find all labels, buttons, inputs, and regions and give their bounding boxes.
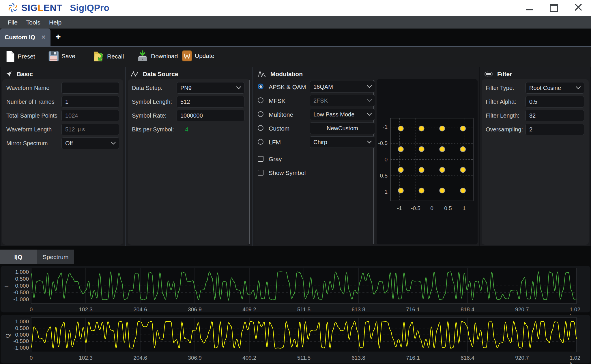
menu-file[interactable]: File (3, 19, 22, 26)
mod-option-mfsk: MFSK 2FSK (258, 95, 373, 107)
radio-apsk-qam[interactable] (258, 84, 263, 89)
siglent-swirl-icon (7, 2, 18, 14)
svg-text:-1: -1 (383, 124, 388, 130)
spectrum-peaks-icon (258, 71, 266, 78)
waveform-length-row: Waveform Length 512μ s (4, 124, 121, 135)
q-waveform-panel: Q 1.0000.5000.000-0.500-1.000 0102.3204.… (1, 315, 590, 363)
apsk-qam-dropdown[interactable]: 16QAM (310, 81, 375, 93)
chevron-down-icon (367, 140, 372, 144)
custom-name-input[interactable]: NewCustom (310, 122, 375, 134)
x-tick-label: 409.2 (242, 306, 256, 313)
oversampling-input[interactable]: 2 (525, 124, 584, 135)
preset-button[interactable]: Preset (6, 50, 35, 63)
svg-text:0.5: 0.5 (444, 205, 452, 211)
waveform-nodes-icon (131, 71, 138, 78)
x-tick-label: 613.8 (351, 355, 365, 361)
number-of-frames-row: Number of Frames 1 (4, 96, 121, 107)
siglent-logo: SIGLENT SigIQPro (7, 2, 109, 14)
minimize-icon[interactable] (526, 9, 533, 10)
document-tab-bar: Custom IQ ✕ + (0, 29, 591, 47)
chevron-down-icon (576, 86, 581, 90)
tab-custom-iq[interactable]: Custom IQ ✕ (0, 29, 51, 46)
bits-per-symbol-value: 4 (185, 124, 188, 135)
download-button[interactable]: Download (137, 50, 178, 62)
svg-text:0: 0 (384, 156, 388, 163)
close-icon[interactable] (574, 3, 582, 11)
folder-recall-icon (93, 50, 104, 63)
settings-panels: Basic Waveform Name Number of Frames 1 T… (0, 67, 591, 246)
x-tick-label: 716.1 (406, 355, 420, 361)
radio-multitone[interactable] (258, 111, 263, 117)
panel-title-data-source: Data Source (143, 71, 178, 78)
radio-mfsk[interactable] (258, 97, 263, 103)
svg-text:1: 1 (384, 189, 388, 195)
filter-type-dropdown[interactable]: Root Cosine (525, 82, 584, 94)
total-sample-points-input: 1024 (61, 110, 119, 121)
mod-option-lfm: LFM Chirp (258, 136, 373, 148)
save-button[interactable]: Save (48, 50, 75, 62)
radio-lfm[interactable] (258, 139, 263, 145)
x-tick-label: 0 (30, 355, 33, 361)
data-setup-dropdown[interactable]: PN9 (177, 82, 244, 94)
mod-option-multitone: Multitone Low Pass Mode (258, 109, 373, 121)
mirror-spectrum-row: Mirror Spectrum Off (4, 137, 121, 149)
waveform-section: I|Q Spectrum I 1.0000.5000.000-0.500-1.0… (0, 246, 591, 364)
svg-text:-1: -1 (397, 205, 402, 211)
title-bar: SIGLENT SigIQPro (0, 0, 591, 16)
number-of-frames-input[interactable]: 1 (61, 96, 119, 107)
modulation-panel: Modulation APSK & QAM 16QAM MFSK 2FSK (253, 67, 479, 246)
x-tick-label: 306.9 (188, 306, 202, 313)
menu-tools[interactable]: Tools (22, 19, 45, 26)
x-tick-label: 613.8 (351, 306, 365, 313)
i-waveform-plot (1, 266, 590, 305)
maximize-icon[interactable] (550, 4, 558, 12)
filter-panel: Filter Filter Type: Root Cosine Filter A… (480, 67, 590, 246)
total-sample-points-row: Total Sample Points 1024 (4, 110, 121, 121)
sigiqpro-window: SIGLENT SigIQPro File Tools Help Custom … (0, 0, 591, 364)
radio-custom[interactable] (258, 125, 263, 131)
constellation-panel: -11-0.50.5000.5-0.51-1 (377, 79, 478, 244)
x-tick-label: 409.2 (242, 355, 256, 361)
filter-alpha-input[interactable]: 0.5 (525, 96, 584, 107)
x-tick-label: 204.6 (133, 355, 147, 361)
symbol-rate-input[interactable]: 1000000 (177, 110, 244, 121)
data-source-panel: Data Source Data Setup: PN9 Symbol Lengt… (126, 67, 252, 246)
svg-text:0.5: 0.5 (380, 173, 388, 179)
waveform-length-input: 512μ s (61, 124, 119, 135)
menu-help[interactable]: Help (45, 19, 66, 26)
tab-close-icon[interactable]: ✕ (41, 34, 46, 40)
symbol-length-row: Symbol Length: 512 (130, 96, 248, 107)
update-button[interactable]: Update (182, 50, 214, 61)
tab-spectrum[interactable]: Spectrum (37, 250, 74, 264)
tab-iq[interactable]: I|Q (0, 250, 37, 264)
add-tab-button[interactable]: + (55, 31, 61, 42)
panel-title-filter: Filter (497, 71, 512, 78)
floppy-disk-icon (48, 50, 59, 62)
chevron-down-icon (367, 113, 372, 116)
show-symbol-checkbox[interactable] (258, 170, 263, 176)
gray-checkbox[interactable] (258, 156, 263, 162)
document-icon (6, 50, 15, 63)
x-tick-label: 920.7 (515, 306, 529, 313)
data-source-scrollbar[interactable] (249, 80, 250, 244)
lfm-dropdown[interactable]: Chirp (310, 136, 375, 148)
mirror-spectrum-dropdown[interactable]: Off (61, 137, 119, 149)
oversampling-row: Oversampling: 2 (483, 124, 586, 135)
svg-text:-0.5: -0.5 (411, 205, 420, 211)
multitone-dropdown[interactable]: Low Pass Mode (310, 109, 375, 120)
recall-button[interactable]: Recall (93, 50, 124, 63)
paper-plane-icon (5, 71, 12, 78)
x-tick-label: 818.4 (461, 355, 474, 361)
filter-alpha-row: Filter Alpha: 0.5 (483, 96, 586, 107)
chevron-down-icon (111, 142, 116, 145)
x-tick-label: 511.5 (297, 355, 311, 361)
x-tick-label: 204.6 (133, 306, 147, 313)
filter-length-input[interactable]: 32 (525, 110, 584, 121)
menu-bar: File Tools Help (0, 16, 591, 29)
symbol-length-input[interactable]: 512 (177, 96, 244, 107)
symbol-rate-row: Symbol Rate: 1000000 (130, 110, 248, 121)
i-waveform-panel: I 1.0000.5000.000-0.500-1.000 0102.3204.… (1, 266, 590, 312)
data-setup-row: Data Setup: PN9 (130, 82, 248, 94)
mod-option-apsk-qam: APSK & QAM 16QAM (258, 81, 373, 93)
waveform-name-input[interactable] (61, 82, 119, 94)
